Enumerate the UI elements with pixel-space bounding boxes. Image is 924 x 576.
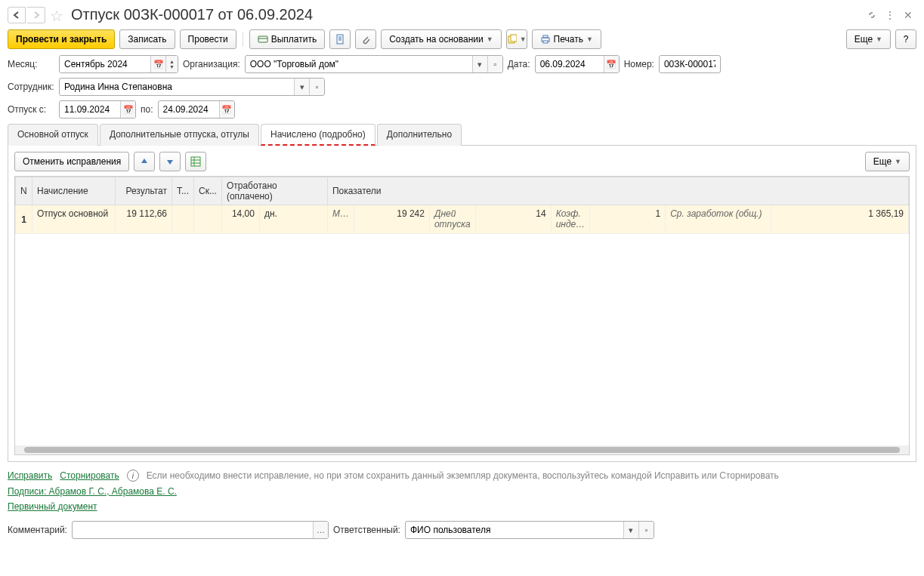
- svg-rect-1: [337, 35, 343, 44]
- tab-additional-vacations[interactable]: Дополнительные отпуска, отгулы: [100, 124, 259, 146]
- caret-down-icon: ▼: [586, 35, 593, 43]
- cell-ind3-label: Коэф. инде…: [551, 205, 590, 234]
- move-up-button[interactable]: [134, 152, 155, 171]
- svg-rect-6: [543, 41, 548, 43]
- vac-from-label: Отпуск с:: [8, 104, 54, 115]
- close-icon[interactable]: ✕: [900, 7, 916, 23]
- cell-ind4-val: 1 365,19: [771, 205, 909, 234]
- calendar-icon[interactable]: 📅: [150, 56, 165, 72]
- calendar-icon[interactable]: 📅: [120, 101, 135, 118]
- dropdown-icon[interactable]: ▾: [623, 522, 638, 538]
- number-input[interactable]: [660, 56, 720, 72]
- cell-ind2-val: 14: [475, 205, 551, 234]
- svg-rect-3: [511, 35, 517, 42]
- employee-field[interactable]: ▾ ▫: [59, 78, 325, 96]
- scroll-thumb[interactable]: [24, 447, 900, 453]
- tab-accrued-detailed[interactable]: Начислено (подробно): [261, 124, 375, 146]
- month-input[interactable]: [60, 56, 150, 72]
- more-vert-icon[interactable]: ⋮: [882, 7, 898, 23]
- vac-from-input[interactable]: [60, 101, 120, 118]
- link-icon[interactable]: [864, 7, 880, 23]
- horizontal-scrollbar[interactable]: [15, 445, 909, 454]
- th-t[interactable]: Т...: [172, 177, 194, 205]
- vac-from-field[interactable]: 📅: [59, 100, 136, 119]
- responsible-field[interactable]: ▾ ▫: [405, 521, 654, 539]
- th-accrual[interactable]: Начисление: [32, 177, 116, 205]
- org-field[interactable]: ▾ ▫: [245, 55, 503, 73]
- cell-n: 1: [16, 205, 32, 234]
- pay-icon: [258, 35, 268, 44]
- comment-label: Комментарий:: [8, 525, 67, 535]
- responsible-input[interactable]: [406, 522, 623, 538]
- nav-back-button[interactable]: [8, 7, 26, 23]
- move-down-button[interactable]: [159, 152, 181, 171]
- tab-additional[interactable]: Дополнительно: [377, 124, 462, 146]
- copy-icon-button[interactable]: ▼: [506, 29, 527, 49]
- vac-to-label: по:: [141, 104, 153, 115]
- date-input[interactable]: [536, 56, 604, 72]
- open-icon[interactable]: ▫: [309, 79, 324, 95]
- inner-more-button[interactable]: Еще ▼: [865, 152, 910, 171]
- signatures-link[interactable]: Подписи: Абрамов Г. С., Абрамова Е. С.: [8, 486, 177, 497]
- cell-t: [172, 205, 194, 234]
- nav-forward-button[interactable]: [27, 7, 45, 23]
- calendar-icon[interactable]: 📅: [219, 101, 234, 118]
- spinner-icon[interactable]: ▲▼: [165, 56, 178, 72]
- cell-ind1-val: 19 242: [354, 205, 429, 234]
- print-label: Печать: [554, 34, 583, 45]
- write-button[interactable]: Записать: [119, 29, 175, 49]
- help-button[interactable]: ?: [895, 29, 916, 49]
- caret-down-icon: ▼: [520, 35, 527, 43]
- vac-to-field[interactable]: 📅: [158, 100, 235, 119]
- employee-label: Сотрудник:: [8, 82, 54, 92]
- page-title: Отпуск 00ЗК-000017 от 06.09.2024: [71, 6, 862, 23]
- responsible-label: Ответственный:: [333, 525, 400, 535]
- favorite-star-icon[interactable]: ☆: [48, 7, 65, 23]
- caret-down-icon: ▼: [487, 35, 493, 43]
- dropdown-icon[interactable]: ▾: [294, 79, 309, 95]
- calendar-icon[interactable]: 📅: [604, 56, 619, 72]
- fix-link[interactable]: Исправить: [8, 470, 52, 481]
- table-row[interactable]: 1 Отпуск основной 19 112,66 14,00 дн. М……: [16, 205, 909, 234]
- accruals-table-container[interactable]: N Начисление Результат Т... Ск... Отрабо…: [14, 176, 910, 455]
- cell-worked-val: 14,00: [221, 205, 259, 234]
- printer-icon: [540, 35, 551, 44]
- open-icon[interactable]: ▫: [638, 522, 654, 538]
- cancel-corrections-button[interactable]: Отменить исправления: [14, 152, 129, 171]
- info-icon: i: [127, 470, 139, 482]
- table-settings-button[interactable]: [185, 152, 206, 171]
- primary-doc-link[interactable]: Первичный документ: [8, 501, 97, 512]
- month-field[interactable]: 📅 ▲▼: [59, 55, 178, 73]
- th-n[interactable]: N: [16, 177, 32, 205]
- th-indicators[interactable]: Показатели: [327, 177, 908, 205]
- post-close-button[interactable]: Провести и закрыть: [8, 29, 115, 49]
- th-result[interactable]: Результат: [116, 177, 172, 205]
- reverse-link[interactable]: Сторнировать: [60, 470, 119, 481]
- date-label: Дата:: [508, 59, 530, 69]
- more-button[interactable]: Еще ▼: [846, 29, 891, 49]
- number-field[interactable]: [659, 55, 721, 73]
- employee-input[interactable]: [60, 79, 294, 95]
- post-button[interactable]: Провести: [180, 29, 236, 49]
- th-worked[interactable]: Отработано (оплачено): [221, 177, 327, 205]
- number-label: Номер:: [624, 59, 654, 69]
- org-input[interactable]: [246, 56, 472, 72]
- vac-to-input[interactable]: [159, 101, 219, 118]
- attach-icon-button[interactable]: [355, 29, 376, 49]
- cell-ind1-label: М…: [327, 205, 354, 234]
- comment-input[interactable]: [73, 522, 313, 538]
- th-sk[interactable]: Ск...: [194, 177, 222, 205]
- pay-button[interactable]: Выплатить: [249, 29, 326, 49]
- cell-sk: [194, 205, 222, 234]
- date-field[interactable]: 📅: [535, 55, 620, 73]
- create-based-button[interactable]: Создать на основании ▼: [381, 29, 501, 49]
- tab-main-vacation[interactable]: Основной отпуск: [8, 124, 98, 146]
- dropdown-icon[interactable]: ▾: [472, 56, 487, 72]
- document-icon-button[interactable]: [329, 29, 351, 49]
- print-button[interactable]: Печать ▼: [532, 29, 601, 49]
- comment-field[interactable]: …: [72, 521, 329, 539]
- open-icon[interactable]: ▫: [487, 56, 502, 72]
- create-based-label: Создать на основании: [389, 34, 484, 45]
- ellipsis-icon[interactable]: …: [313, 522, 328, 538]
- org-label: Организация:: [183, 59, 240, 69]
